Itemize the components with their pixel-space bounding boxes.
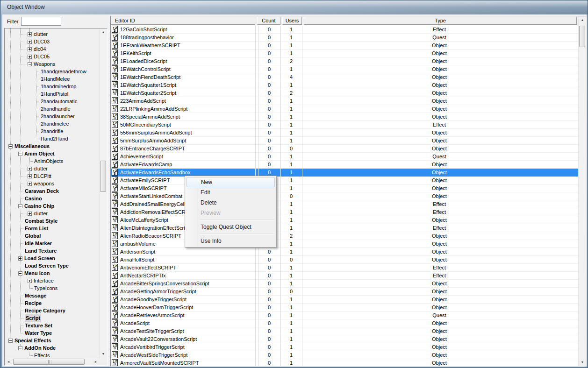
- table-row[interactable]: 1231EWatchSquatter2Script02Object: [111, 89, 579, 97]
- table-row[interactable]: 123ArcadeHooverDamTriggerScript01Object: [111, 304, 579, 311]
- tree-item-casino-chip[interactable]: Casino Chip: [5, 202, 100, 210]
- table-row[interactable]: 1231EKeithScript01Object: [111, 50, 579, 57]
- table-row[interactable]: 123556mmSurplusAmmoAddScript01Object: [111, 129, 579, 137]
- tree-item-hand2hand[interactable]: Hand2Hand: [5, 135, 100, 142]
- column-header-type[interactable]: Type: [304, 17, 577, 25]
- table-row[interactable]: 1231EWatchControlScript01Object: [111, 65, 579, 73]
- tree-item-interface[interactable]: Interface: [5, 277, 100, 284]
- table-row[interactable]: 123ActivateStartLinkedCombat00Object: [111, 192, 579, 200]
- tree-item-script[interactable]: Script: [5, 314, 100, 322]
- tree-expander-expand-icon[interactable]: [28, 279, 32, 283]
- tree-item-dlc04[interactable]: dlc04: [5, 45, 100, 53]
- tree-item-2handautomatic[interactable]: 2handautomatic: [5, 98, 100, 105]
- table-row[interactable]: 123AlienDisintegrationEffectScrip01Effec…: [111, 224, 579, 232]
- table-row[interactable]: 12322LRPlinkingAmmoAddScript01Object: [111, 105, 579, 113]
- tree-scroll-down-button[interactable]: ▼: [100, 350, 107, 358]
- table-row[interactable]: 123AchievementScript01Quest: [111, 153, 579, 161]
- tree-item-animobjects[interactable]: AnimObjects: [5, 157, 100, 165]
- tree-expander-expand-icon[interactable]: [28, 40, 32, 44]
- tree-item-2handmelee[interactable]: 2handmelee: [5, 120, 100, 127]
- tree-item-water-type[interactable]: Water Type: [5, 329, 100, 337]
- list-scroll-down-button[interactable]: ▼: [579, 359, 586, 366]
- table-row[interactable]: 123223AmmoAddScript01Object: [111, 97, 579, 105]
- tree-item-form-list[interactable]: Form List: [5, 225, 100, 232]
- tree-expander-expand-icon[interactable]: [28, 47, 32, 51]
- tree-item-anim-object[interactable]: Anim Object: [5, 150, 100, 157]
- tree-item-load-screen[interactable]: Load Screen: [5, 255, 100, 262]
- table-row[interactable]: 12312GaCoinShotScript01Effect: [111, 26, 579, 34]
- tree-item-effects[interactable]: Effects: [5, 352, 100, 358]
- tree-item-2handlauncher[interactable]: 2handlauncher: [5, 113, 100, 120]
- table-row[interactable]: 1235mmSurplusAmmoAddScript01Object: [111, 137, 579, 145]
- tree-expander-collapse-icon[interactable]: [18, 204, 22, 208]
- tree-item-land-texture[interactable]: Land Texture: [5, 247, 100, 255]
- filter-input[interactable]: [21, 17, 61, 26]
- tree-expander-collapse-icon[interactable]: [28, 62, 32, 66]
- table-row[interactable]: 123ActivateEdwardsCamp01Object: [111, 161, 579, 169]
- tree-expander-expand-icon[interactable]: [28, 55, 32, 59]
- tree-horizontal-scrollbar-thumb[interactable]: [13, 359, 85, 365]
- tree-item-recipe[interactable]: Recipe: [5, 299, 100, 307]
- tree-item-dlcpitt[interactable]: DLCPitt: [5, 172, 100, 180]
- list-vertical-scrollbar[interactable]: ▲ ▼: [578, 16, 586, 366]
- tree-item-weapons[interactable]: weapons: [5, 180, 100, 187]
- table-row[interactable]: 1231ELoadedDiceScript02Object: [111, 57, 579, 65]
- window-titlebar[interactable]: Object Window: [1, 0, 588, 14]
- tree-item-texture-set[interactable]: Texture Set: [5, 322, 100, 329]
- tree-item-dlc03[interactable]: DLC03: [5, 38, 100, 45]
- tree-scroll-up-button[interactable]: ▲: [100, 28, 107, 36]
- table-row[interactable]: 123ArcadeTestSiteTriggerScript01Object: [111, 327, 579, 335]
- tree-horizontal-scrollbar[interactable]: ◄ ►: [5, 358, 100, 366]
- table-row[interactable]: 123ArcadeScript01Object: [111, 319, 579, 327]
- tree-item-1handmelee[interactable]: 1HandMelee: [5, 75, 100, 83]
- tree-vertical-scrollbar[interactable]: ▲ ▼: [99, 28, 107, 358]
- tree-item-addon-node[interactable]: AddOn Node: [5, 344, 100, 352]
- table-row[interactable]: 123188tradingpostbehavior01Quest: [111, 34, 579, 42]
- table-row[interactable]: 1231EWatchFiendDeathScript04Object: [111, 73, 579, 81]
- tree-item-clutter[interactable]: clutter: [5, 30, 100, 38]
- tree-scrollbar-thumb[interactable]: [100, 161, 106, 192]
- table-row[interactable]: 123ArcadeGoodbyeTriggerScript01Object: [111, 296, 579, 304]
- table-row[interactable]: 1231EWatchSquatter1Script01Object: [111, 81, 579, 89]
- menu-item-edit[interactable]: Edit: [185, 187, 276, 198]
- tree-item-menu-icon[interactable]: Menu Icon: [5, 269, 100, 277]
- tree-item-clutter[interactable]: clutter: [5, 210, 100, 217]
- table-row[interactable]: 1231EFrankWeathersSCRIPT01Object: [111, 42, 579, 50]
- tree-item-weapons[interactable]: Weapons: [5, 60, 100, 68]
- tree-expander-collapse-icon[interactable]: [18, 346, 22, 350]
- table-row[interactable]: 123ambushVolume01Object: [111, 240, 579, 248]
- tree-expander-expand-icon[interactable]: [18, 256, 22, 261]
- tree-expander-collapse-icon[interactable]: [8, 144, 13, 149]
- menu-item-toggle-quest-object[interactable]: Toggle Quest Object: [185, 222, 276, 232]
- tree-item-miscellaneous[interactable]: Miscellaneous: [5, 142, 100, 150]
- table-row[interactable]: 123ArcadeWestSideTriggerScript01Object: [111, 351, 579, 359]
- tree-item-global[interactable]: Global: [5, 232, 100, 240]
- menu-item-new[interactable]: New: [186, 177, 275, 187]
- tree-item-clutter[interactable]: clutter: [5, 165, 100, 172]
- tree-item-1handgrenadethrow[interactable]: 1handgrenadethrow: [5, 68, 100, 75]
- tree-expander-collapse-icon[interactable]: [18, 271, 22, 276]
- table-row[interactable]: 123AddDrainedSmallEnergyCellE01Effect: [111, 200, 579, 208]
- tree-expander-expand-icon[interactable]: [28, 167, 32, 171]
- table-row[interactable]: 123AlienRadioBeaconSCRIPT02Object: [111, 232, 579, 240]
- table-row[interactable]: 123ActivateEdwardsEchoSandbox01Object: [111, 169, 579, 177]
- table-row[interactable]: 123ArmoredVaultSuitMountedSCRIPT01Object: [111, 359, 579, 366]
- table-row[interactable]: 123AntNectarSCRIPTfx01Effect: [111, 272, 579, 280]
- tree-item-casino[interactable]: Casino: [5, 195, 100, 202]
- tree-item-typeicons[interactable]: TypeIcons: [5, 284, 100, 292]
- column-header-count[interactable]: Count: [257, 17, 280, 25]
- tree-item-load-screen-type[interactable]: Load Screen Type: [5, 262, 100, 269]
- table-row[interactable]: 123AliceMcLaffertyScript01Object: [111, 216, 579, 224]
- column-header-editor-id[interactable]: Editor ID: [111, 17, 255, 25]
- list-scroll-up-button[interactable]: ▲: [579, 16, 586, 24]
- tree-item-combat-style[interactable]: Combat Style: [5, 217, 100, 225]
- tree-item-dlc05[interactable]: DLC05: [5, 53, 100, 60]
- tree-item-caravan-deck[interactable]: Caravan Deck: [5, 187, 100, 195]
- table-row[interactable]: 123ArcadeGettingArmorTriggerScript00Obje…: [111, 288, 579, 296]
- tree-expander-expand-icon[interactable]: [28, 212, 32, 216]
- tree-item-2handrifle[interactable]: 2handrifle: [5, 127, 100, 135]
- table-row[interactable]: 123ArcadeRetrieverArmorScript01Quest: [111, 311, 579, 319]
- tree-expander-collapse-icon[interactable]: [8, 339, 13, 343]
- table-row[interactable]: 12338SpecialAmmoAddScript01Object: [111, 113, 579, 121]
- table-row[interactable]: 123AddictionRemovalEffectSCR01Effect: [111, 208, 579, 216]
